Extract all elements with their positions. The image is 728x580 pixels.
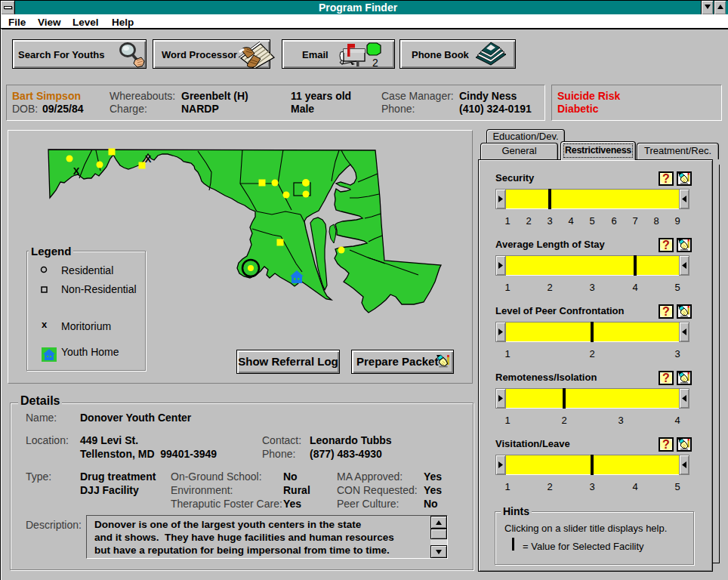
svg-text:X: X: [145, 153, 152, 165]
svg-text:2: 2: [372, 57, 378, 69]
svg-text:X: X: [73, 165, 80, 177]
